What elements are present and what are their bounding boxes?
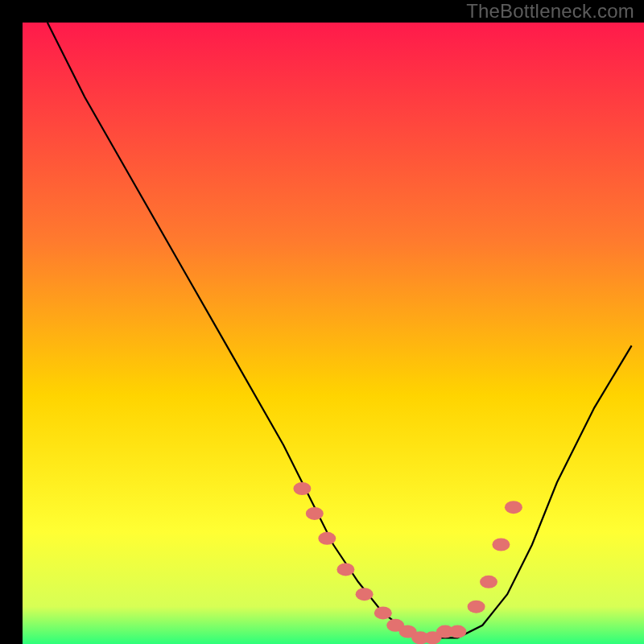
dot xyxy=(492,539,510,551)
dot xyxy=(336,563,354,576)
gradient-background xyxy=(23,23,644,644)
dot xyxy=(318,532,336,545)
dot xyxy=(505,501,522,514)
dot xyxy=(356,588,374,601)
dot xyxy=(468,601,485,613)
bottleneck-chart xyxy=(23,23,644,644)
chart-frame xyxy=(11,11,633,633)
dot xyxy=(293,482,311,495)
dot xyxy=(306,507,324,520)
dot xyxy=(374,606,392,619)
dot xyxy=(480,576,497,588)
dot xyxy=(448,625,466,638)
watermark-text: TheBottleneck.com xyxy=(466,0,634,23)
